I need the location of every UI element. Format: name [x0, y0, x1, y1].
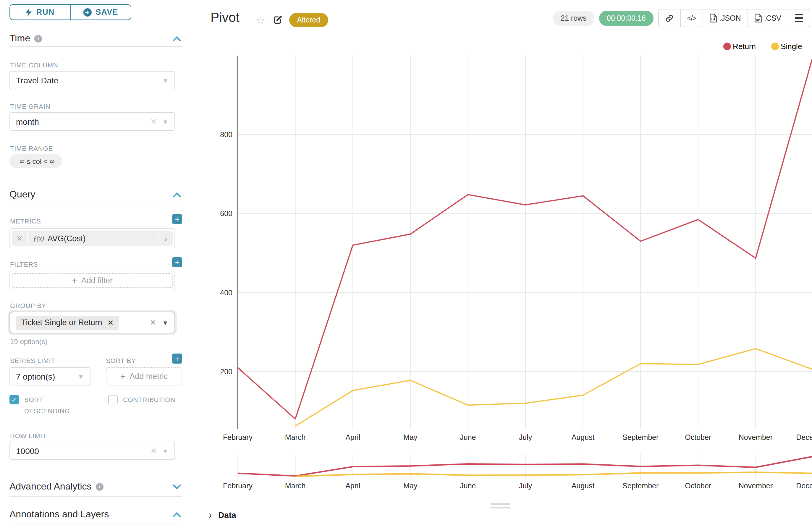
save-button[interactable]: + SAVE — [70, 5, 131, 19]
lightning-icon — [26, 8, 32, 16]
time-grain-label: TIME GRAIN — [10, 103, 50, 110]
chip-remove-icon[interactable]: ✕ — [108, 318, 114, 327]
time-range-label: TIME RANGE — [10, 145, 53, 152]
svg-text:August: August — [572, 482, 595, 490]
info-icon: i — [96, 483, 103, 491]
data-panel-toggle[interactable]: › Data — [209, 510, 236, 520]
section-time-title: Time — [10, 33, 30, 44]
plus-circle-icon: + — [83, 8, 91, 16]
svg-text:February: February — [223, 433, 253, 441]
section-query-title: Query — [10, 189, 35, 200]
chevron-up-icon[interactable] — [173, 192, 181, 197]
filters-box: + Add filter — [10, 271, 175, 290]
chevron-right-icon[interactable]: › — [159, 233, 173, 243]
svg-text:September: September — [622, 433, 659, 441]
chevron-right-icon: › — [209, 508, 212, 521]
row-limit-value: 10000 — [16, 446, 39, 455]
series-limit-label: SERIES LIMIT — [10, 357, 55, 364]
clear-icon[interactable]: ✕ — [150, 446, 157, 455]
clear-icon[interactable]: ✕ — [150, 117, 157, 126]
divider — [10, 524, 182, 524]
svg-text:March: March — [285, 433, 306, 441]
data-panel-label: Data — [218, 510, 236, 520]
svg-text:800: 800 — [220, 130, 233, 139]
chevron-up-icon[interactable] — [173, 512, 181, 517]
filters-label: FILTERS — [10, 261, 38, 268]
caret-down-icon: ▼ — [162, 447, 168, 454]
svg-text:December: December — [796, 433, 812, 441]
svg-text:December: December — [796, 482, 812, 490]
add-sort-metric-button[interactable]: + — [172, 354, 182, 364]
sort-descending-control[interactable]: ✓ SORT DESCENDING — [10, 394, 80, 417]
section-query: Query — [10, 189, 181, 200]
explore-page: RUN + SAVE Time i TIME COLUMN Travel Dat… — [0, 0, 812, 525]
svg-text:July: July — [519, 482, 532, 490]
add-metric-button[interactable]: + — [172, 214, 182, 224]
svg-text:October: October — [685, 482, 711, 490]
advanced-analytics-title: Advanced Analytics — [10, 481, 92, 492]
metrics-label: METRICS — [10, 217, 41, 225]
fx-icon: ƒ(x) — [33, 235, 44, 242]
metric-pill[interactable]: ✕ ƒ(x) AVG(Cost) › — [12, 230, 173, 246]
control-panel: RUN + SAVE Time i TIME COLUMN Travel Dat… — [0, 0, 189, 525]
svg-text:July: July — [519, 433, 532, 441]
metric-value: AVG(Cost) — [48, 234, 86, 243]
svg-text:February: February — [223, 482, 253, 490]
group-by-hint: 19 option(s) — [10, 338, 48, 346]
caret-down-icon: ▼ — [77, 373, 84, 380]
svg-text:March: March — [285, 482, 306, 490]
metric-pill-container: ✕ ƒ(x) AVG(Cost) › — [10, 228, 175, 248]
plus-icon: + — [72, 275, 77, 286]
time-grain-select[interactable]: month ✕ ▼ — [10, 112, 175, 131]
time-grain-value: month — [16, 117, 39, 126]
annotations-title: Annotations and Layers — [10, 509, 109, 520]
svg-text:April: April — [345, 482, 360, 490]
checkbox-unchecked-icon[interactable] — [108, 395, 118, 404]
sort-by-dropzone[interactable]: + Add metric — [106, 367, 182, 386]
section-annotations: Annotations and Layers — [10, 509, 181, 520]
section-time: Time i — [10, 33, 181, 44]
panel-resize-handle[interactable] — [490, 503, 511, 510]
svg-text:November: November — [739, 433, 773, 441]
time-column-select[interactable]: Travel Date ▼ — [10, 71, 175, 89]
add-filter-dropzone[interactable]: + Add filter — [12, 273, 173, 288]
sort-descending-label: SORT DESCENDING — [24, 394, 72, 417]
svg-text:September: September — [622, 482, 659, 490]
time-range-pill[interactable]: -∞ ≤ col < ∞ — [10, 154, 62, 168]
time-column-value: Travel Date — [16, 75, 59, 85]
section-advanced-analytics: Advanced Analytics i — [10, 481, 181, 492]
checkbox-checked-icon[interactable]: ✓ — [10, 395, 19, 404]
series-limit-value: 7 option(s) — [16, 372, 55, 381]
caret-down-icon: ▼ — [162, 118, 168, 125]
svg-text:June: June — [460, 433, 476, 441]
series-limit-select[interactable]: 7 option(s) ▼ — [10, 367, 90, 386]
run-label: RUN — [36, 8, 55, 17]
svg-text:November: November — [739, 482, 773, 490]
svg-text:400: 400 — [220, 288, 233, 297]
svg-text:October: October — [685, 433, 711, 441]
remove-metric-icon[interactable]: ✕ — [12, 234, 28, 243]
chevron-down-icon[interactable] — [173, 484, 181, 489]
time-column-label: TIME COLUMN — [10, 61, 58, 69]
svg-text:August: August — [572, 433, 595, 441]
contribution-control[interactable]: CONTRIBUTION — [108, 394, 175, 406]
chart-pane: Pivot ☆ Altered 21 rows 00:00:00.16 </> — [189, 0, 812, 525]
save-label: SAVE — [95, 8, 118, 17]
chevron-up-icon[interactable] — [173, 36, 181, 41]
line-chart[interactable]: 200400600800FebruaryFebruaryMarchMarchAp… — [189, 0, 812, 525]
row-limit-select[interactable]: 10000 ✕ ▼ — [10, 441, 175, 460]
clear-icon[interactable]: ✕ — [150, 318, 156, 327]
run-button[interactable]: RUN — [10, 5, 70, 19]
svg-text:May: May — [403, 482, 417, 490]
divider — [10, 203, 182, 204]
svg-text:200: 200 — [220, 368, 233, 376]
divider — [10, 46, 182, 47]
plus-icon: + — [120, 371, 126, 381]
add-filter-button[interactable]: + — [172, 257, 182, 267]
svg-text:May: May — [403, 433, 417, 441]
info-icon: i — [34, 34, 42, 42]
group-by-label: GROUP BY — [10, 302, 46, 309]
caret-down-icon: ▼ — [162, 77, 168, 84]
caret-down-icon: ▼ — [162, 319, 168, 326]
group-by-select[interactable]: Ticket Single or Return ✕ ✕ ▼ — [10, 312, 175, 333]
